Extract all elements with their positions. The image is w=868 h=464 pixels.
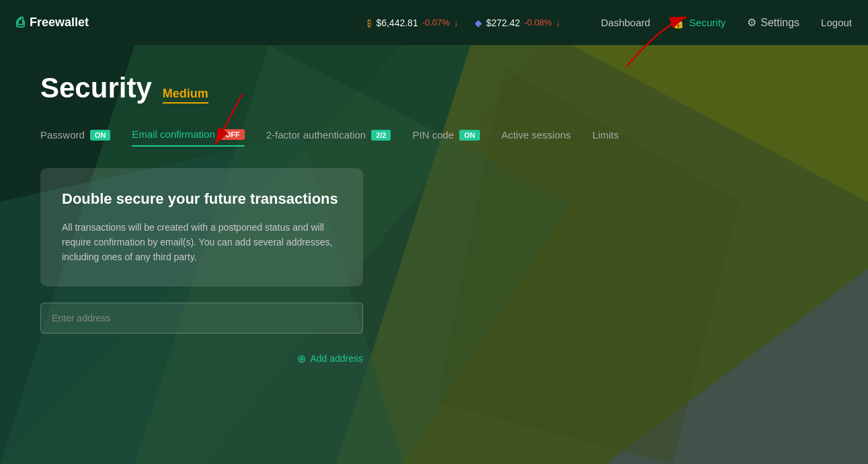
address-section: ⊕ Add address [40, 303, 363, 365]
add-address-label: Add address [310, 353, 363, 364]
eth-arrow-down: ↓ [556, 17, 561, 28]
logo-icon: ⎙ [16, 15, 24, 30]
plus-circle-icon: ⊕ [297, 352, 306, 365]
logo-text: Freewallet [30, 15, 89, 30]
eth-icon: ◆ [475, 17, 482, 28]
btc-arrow-down: ↓ [454, 17, 459, 28]
tab-sessions-label: Active sessions [502, 129, 571, 141]
tab-pin-badge: ON [459, 130, 480, 141]
tab-active-sessions[interactable]: Active sessions [502, 129, 571, 146]
navbar: ⎙ Freewallet ₿ $6,442.81 -0.07% ↓ ◆ $272… [0, 0, 868, 45]
tab-2fa[interactable]: 2-factor authentication 2/2 [266, 129, 391, 146]
add-address-button[interactable]: ⊕ Add address [297, 352, 363, 365]
tab-pin-code[interactable]: PIN code ON [412, 129, 479, 146]
tab-limits[interactable]: Limits [592, 129, 619, 146]
tab-2fa-label: 2-factor authentication [266, 129, 366, 141]
price-ticker: ₿ $6,442.81 -0.07% ↓ ◆ $272.42 -0.08% ↓ [367, 17, 560, 28]
btc-price-item: ₿ $6,442.81 -0.07% ↓ [367, 17, 459, 28]
card-title: Double secure your future transactions [62, 190, 342, 209]
nav-logout[interactable]: Logout [821, 17, 852, 28]
tab-password[interactable]: Password ON [40, 129, 110, 146]
tab-limits-label: Limits [592, 129, 619, 141]
tab-pin-label: PIN code [412, 129, 454, 141]
security-tabs: Password ON Email confirmation OFF 2-fac… [40, 128, 828, 147]
email-confirmation-card: Double secure your future transactions A… [40, 168, 363, 286]
eth-price-item: ◆ $272.42 -0.08% ↓ [475, 17, 561, 28]
tab-password-badge: ON [90, 130, 111, 141]
tab-2fa-badge: 2/2 [371, 130, 391, 141]
eth-price: $272.42 [486, 17, 520, 28]
nav-settings-item[interactable]: ⚙ Settings [747, 16, 799, 29]
address-input[interactable] [40, 303, 363, 334]
main-content: Security Medium Password ON Email confir… [0, 45, 868, 365]
settings-icon: ⚙ [747, 16, 756, 29]
logo[interactable]: ⎙ Freewallet [16, 15, 367, 30]
page-title: Security [40, 72, 152, 104]
btc-change: -0.07% [422, 17, 450, 28]
card-description: All transactions will be created with a … [62, 220, 342, 265]
page-title-row: Security Medium [40, 72, 828, 104]
eth-change: -0.08% [524, 17, 552, 28]
btc-price: $6,442.81 [376, 17, 418, 28]
tab-password-label: Password [40, 129, 85, 141]
btc-icon: ₿ [367, 17, 372, 28]
